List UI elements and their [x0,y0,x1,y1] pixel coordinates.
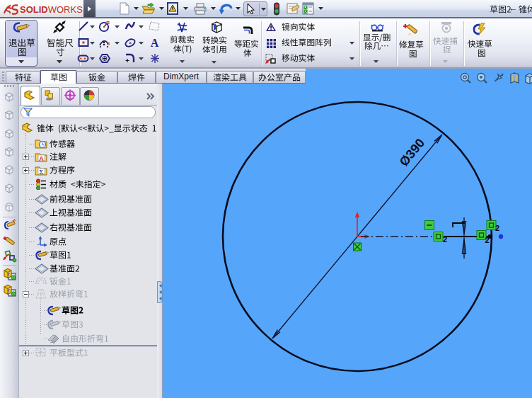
svg-text:Σ: Σ [40,169,44,176]
svg-text:2: 2 [443,235,447,244]
svg-text:2: 2 [495,224,499,232]
svg-text:Ø390: Ø390 [397,136,428,169]
svg-text:A: A [39,155,44,162]
svg-text:A: A [151,37,159,49]
